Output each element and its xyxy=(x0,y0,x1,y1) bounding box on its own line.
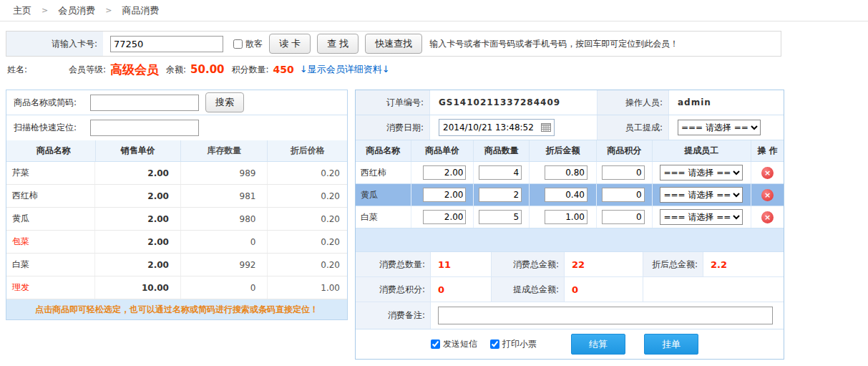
total-quantity-value: 11 xyxy=(431,252,492,276)
find-button[interactable]: 查 找 xyxy=(317,34,359,54)
item-points-input[interactable] xyxy=(602,188,645,202)
total-points-value: 0 xyxy=(431,277,492,302)
settle-button[interactable]: 结算 xyxy=(571,334,625,355)
row-staff-select[interactable]: === 请选择 === xyxy=(660,187,743,203)
member-balance-label: 余额: xyxy=(166,64,186,76)
order-item-row-selected[interactable]: 黄瓜 === 请选择 === × xyxy=(356,184,784,206)
order-item-row[interactable]: 白菜 === 请选择 === × xyxy=(356,206,784,228)
col-commission-staff: 提成员工 xyxy=(653,140,752,161)
consume-date-input[interactable] xyxy=(439,119,555,136)
staff-commission-label: 员工提成: xyxy=(598,115,669,140)
breadcrumb-home[interactable]: 主页 xyxy=(13,4,31,17)
print-receipt-checkbox[interactable] xyxy=(490,339,499,349)
send-sms-checkbox[interactable] xyxy=(431,339,440,349)
row-staff-select[interactable]: === 请选择 === xyxy=(660,209,743,225)
product-row[interactable]: 白菜 2.00 992 0.20 xyxy=(6,254,347,276)
product-row[interactable]: 芹菜 2.00 989 0.20 xyxy=(6,162,347,185)
col-discount-amount: 折后金额 xyxy=(530,140,597,161)
commission-total-value: 0 xyxy=(565,277,643,302)
product-row[interactable]: 理发 10.00 0 1.00 xyxy=(6,276,347,299)
actions-row: 发送短信 打印小票 结算 挂单 xyxy=(356,329,784,359)
order-table-header: 商品名称 商品单价 商品数量 折后金额 商品积分 提成员工 操 作 xyxy=(356,140,784,162)
member-points-label: 积分数量: xyxy=(232,64,269,76)
col-item-name: 商品名称 xyxy=(356,140,411,161)
discount-amount-input[interactable] xyxy=(545,165,587,180)
order-no-label: 订单编号: xyxy=(356,90,430,115)
read-card-button[interactable]: 读 卡 xyxy=(269,34,311,54)
card-number-input[interactable] xyxy=(110,36,223,52)
product-search-label: 商品名称或简码: xyxy=(14,97,90,109)
unit-price-input[interactable] xyxy=(423,210,466,224)
discount-amount-input[interactable] xyxy=(545,188,587,202)
col-sale-price: 销售单价 xyxy=(96,140,181,161)
unit-price-input[interactable] xyxy=(423,165,466,180)
product-table: 商品名称 销售单价 库存数量 折后价格 芹菜 2.00 989 0.20 西红柿… xyxy=(6,140,347,299)
item-points-input[interactable] xyxy=(602,210,645,224)
breadcrumb: 主页 > 会员消费 > 商品消费 xyxy=(0,0,868,21)
product-table-header: 商品名称 销售单价 库存数量 折后价格 xyxy=(6,140,347,162)
product-row[interactable]: 黄瓜 2.00 980 0.20 xyxy=(6,208,347,231)
member-info-bar: 姓名: 会员等级: 高级会员 余额: 50.00 积分数量: 450 ↓显示会员… xyxy=(0,57,868,82)
col-stock-qty: 库存数量 xyxy=(181,140,268,161)
unit-price-input[interactable] xyxy=(423,188,466,202)
member-name-label: 姓名: xyxy=(7,64,69,76)
guest-checkbox[interactable] xyxy=(233,39,243,49)
member-points-value: 450 xyxy=(273,64,294,75)
col-quantity: 商品数量 xyxy=(474,140,530,161)
member-balance-value: 50.00 xyxy=(190,63,224,76)
order-item-row[interactable]: 西红柿 === 请选择 === × xyxy=(356,162,784,184)
print-receipt-label: 打印小票 xyxy=(502,338,537,350)
staff-commission-select[interactable]: === 请选择 === xyxy=(678,120,761,135)
hold-order-button[interactable]: 挂单 xyxy=(644,334,698,355)
total-amount-label: 消费总金额: xyxy=(492,252,565,276)
order-panel: 订单编号: GS1410211337284409 操作人员: admin 消费日… xyxy=(355,90,784,360)
summary-row-2: 消费总积分: 0 提成总金额: 0 xyxy=(356,277,784,302)
breadcrumb-member-consume[interactable]: 会员消费 xyxy=(58,4,95,17)
send-sms-label: 发送短信 xyxy=(443,338,477,350)
barcode-scan-input[interactable] xyxy=(90,120,199,136)
item-points-input[interactable] xyxy=(602,165,645,180)
card-number-label: 请输入卡号: xyxy=(6,32,103,56)
breadcrumb-product-consume[interactable]: 商品消费 xyxy=(122,4,159,17)
show-member-details-link[interactable]: ↓显示会员详细资料↓ xyxy=(300,63,390,76)
product-panel-hint: 点击商品即可轻松选定，也可以通过名称或简码进行搜索或条码直接定位！ xyxy=(6,299,347,319)
delete-row-icon[interactable]: × xyxy=(761,167,774,179)
consume-date-label: 消费日期: xyxy=(356,115,430,140)
calendar-icon[interactable] xyxy=(541,122,551,134)
product-row[interactable]: 西红柿 2.00 981 0.20 xyxy=(6,185,347,208)
col-action: 操 作 xyxy=(751,140,784,161)
row-staff-select[interactable]: === 请选择 === xyxy=(660,165,743,180)
remark-input[interactable] xyxy=(438,307,773,324)
col-discount-price: 折后价格 xyxy=(268,140,347,161)
member-level-label: 会员等级: xyxy=(69,64,106,76)
quantity-input[interactable] xyxy=(479,188,522,202)
col-product-name: 商品名称 xyxy=(6,140,96,161)
guest-checkbox-label: 散客 xyxy=(245,38,263,50)
quick-find-button[interactable]: 快速查找 xyxy=(365,34,422,54)
summary-row-1: 消费总数量: 11 消费总金额: 22 折后总金额: 2.2 xyxy=(356,252,784,277)
operator-label: 操作人员: xyxy=(598,90,669,115)
breadcrumb-separator: > xyxy=(42,6,48,15)
product-row[interactable]: 包菜 2.00 0 0.20 xyxy=(6,231,347,254)
discounted-total-label: 折后总金额: xyxy=(643,252,703,276)
operator-value: admin xyxy=(669,90,784,115)
card-lookup-hint: 输入卡号或者卡面号码或者手机号码，按回车即可定位到此会员！ xyxy=(429,38,678,50)
remark-row: 消费备注: xyxy=(356,302,784,329)
total-quantity-label: 消费总数量: xyxy=(356,252,431,276)
order-no-value: GS1410211337284409 xyxy=(430,90,598,115)
barcode-scan-label: 扫描枪快速定位: xyxy=(14,122,90,134)
breadcrumb-separator: > xyxy=(105,6,112,15)
delete-row-icon[interactable]: × xyxy=(761,189,774,201)
product-search-button[interactable]: 搜索 xyxy=(205,92,244,112)
discount-amount-input[interactable] xyxy=(545,210,587,224)
discounted-total-value: 2.2 xyxy=(703,252,784,276)
product-panel: 商品名称或简码: 搜索 扫描枪快速定位: 商品名称 销售单价 库存数量 折后价格… xyxy=(6,90,348,320)
quantity-input[interactable] xyxy=(479,165,522,180)
commission-total-label: 提成总金额: xyxy=(492,277,565,302)
col-item-points: 商品积分 xyxy=(597,140,653,161)
quantity-input[interactable] xyxy=(479,210,522,224)
delete-row-icon[interactable]: × xyxy=(761,211,774,223)
total-points-label: 消费总积分: xyxy=(356,277,431,302)
product-search-input[interactable] xyxy=(90,95,199,111)
total-amount-value: 22 xyxy=(565,252,643,276)
